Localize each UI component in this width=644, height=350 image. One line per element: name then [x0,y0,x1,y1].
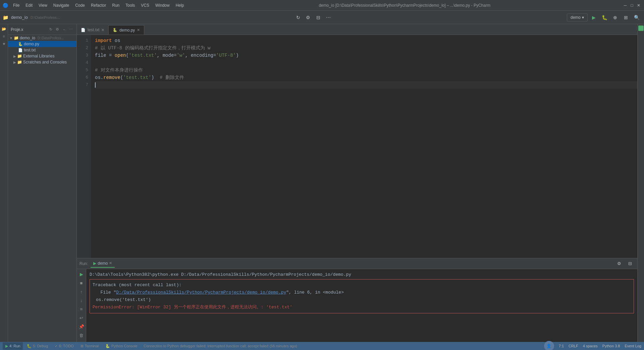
user-avatar[interactable]: 👤 [544,341,554,350]
param-encoding: encoding [191,52,213,59]
scratches-label: Scratches and Consoles [23,60,67,64]
bottom-tool-tabs: ▶ 4: Run 🐛 5: Debug ✓ 6: TODO ⊞ Terminal… [3,342,140,350]
eq-sign: = [109,52,112,59]
settings-icon[interactable]: ⚙ [304,13,313,22]
debug-bottom-label: 5: Debug [33,344,48,348]
scroll-up-button[interactable]: ↑ [78,288,85,295]
position-indicator[interactable]: 7:1 [559,344,564,348]
stop-button[interactable]: ■ [78,279,85,287]
ext-lib-folder-icon: 📁 [17,54,22,58]
close-button[interactable]: ✕ [636,3,641,8]
collapse-icon[interactable]: ⊟ [314,13,323,22]
project-name: demo_io [11,15,28,20]
python-console-bottom-tab[interactable]: 🐍 Python Console [103,342,140,350]
encoding-indicator[interactable]: CRLF [569,344,578,348]
tree-item-root[interactable]: ▼ 📁 demo_io D:\Data\Profess... [8,35,76,41]
root-label: demo_io [20,36,35,40]
traceback-file-prefix: File " [100,290,116,295]
indent-indicator[interactable]: 4 spaces [583,344,598,348]
menu-refactor[interactable]: Refactor [88,2,109,9]
menu-run[interactable]: Run [109,2,122,9]
structure-icon[interactable]: ≡ [1,33,7,40]
paren-open2: ( [120,74,123,81]
run-tab-demo[interactable]: ▶ demo ✕ [91,260,115,268]
code-line-7[interactable] [95,81,637,89]
debug-bottom-tab[interactable]: 🐛 5: Debug [24,342,51,350]
tab-demo-py-close[interactable]: ✕ [137,28,140,32]
show-tree-button[interactable]: ≡ [78,305,85,313]
more-icon[interactable]: ⋯ [324,13,333,22]
debug-button[interactable]: 🐛 [600,13,609,22]
code-editor[interactable]: 1 2 3 4 5 6 7 import os # 以 UTF-8 的编码格式打… [77,35,637,258]
panel-sync-icon[interactable]: ↻ [48,27,54,33]
traceback-file-line: File "D:/Data/ProfessionalSkills/Python/… [93,289,631,296]
scroll-down-button[interactable]: ↓ [78,297,85,304]
code-content[interactable]: import os # 以 UTF-8 的编码格式打开指定文件，打开模式为 w … [91,35,637,258]
traceback-file-suffix: ", line 6, in <module> [286,290,344,295]
rerun-button[interactable]: ▶ [78,270,85,278]
maximize-button[interactable]: □ [629,3,635,8]
demo-py-label: demo.py [24,42,39,46]
menu-vcs[interactable]: VCS [138,2,152,9]
panel-header-tools: ↻ ⚙ − ⋯ [48,27,74,33]
tab-test-txt-close[interactable]: ✕ [101,28,104,32]
code-line-6: os.remove('test.txt') # 删除文件 [95,74,637,81]
project-panel: Proje.x ↻ ⚙ − ⋯ ▼ 📁 demo_io D:\Data\Prof… [8,24,77,342]
run-tab-label: demo [98,261,108,266]
menu-view[interactable]: View [36,2,50,9]
tab-demo-py-icon: 🐍 [113,28,117,32]
run-restore-icon[interactable]: ⊟ [625,259,635,268]
pin-button[interactable]: 📌 [78,323,85,330]
search-everywhere-button[interactable]: 🔍 [632,13,641,22]
run-bottom-label: 4: Run [9,344,20,348]
run-tab-close[interactable]: ✕ [109,261,112,265]
panel-more-icon[interactable]: ⋯ [68,27,74,33]
run-button[interactable]: ▶ [589,13,598,22]
project-icon[interactable]: 📂 [1,26,7,32]
profile-button[interactable]: ⊞ [621,13,631,22]
event-log-button[interactable]: Event Log [625,344,641,348]
run-config-selector[interactable]: demo ▾ [567,13,588,21]
panel-collapse-icon[interactable]: − [61,27,67,33]
minimize-button[interactable]: ─ [623,3,628,8]
todo-bottom-tab[interactable]: ✓ 6: TODO [52,342,76,350]
menu-code[interactable]: Code [72,2,88,9]
run-tab-bar: Run: ▶ demo ✕ ⚙ ⊟ [77,258,637,269]
tree-item-scratches[interactable]: ▶ 📁 Scratches and Consoles [8,59,76,65]
panel-settings-icon[interactable]: ⚙ [54,27,60,33]
terminal-bottom-label: Terminal [85,344,99,348]
run-config-label: demo [571,15,581,20]
menu-navigate[interactable]: Navigate [51,2,72,9]
coverage-button[interactable]: ⊕ [610,13,620,22]
comment-line5: # 对文件本身进行操作 [95,67,143,74]
menu-help[interactable]: Help [173,2,187,9]
main-layout: 📂 ≡ ★ Proje.x ↻ ⚙ − ⋯ ▼ 📁 demo_io D:\Dat… [0,24,644,342]
status-bar-right: 👤 7:1 CRLF 4 spaces Python 3.8 Event Log [544,341,641,350]
menu-edit[interactable]: Edit [23,2,35,9]
tab-test-txt[interactable]: 📄 test.txt ✕ [77,25,109,35]
traceback-file-link[interactable]: D:/Data/ProfessionalSkills/Python/Pychar… [116,290,286,295]
root-path: D:\Data\Profess... [38,36,64,40]
right-sidebar [637,24,644,342]
tree-item-demo-py[interactable]: 🐍 demo.py [8,41,76,47]
menu-window[interactable]: Window [153,2,172,9]
python-version-indicator[interactable]: Python 3.8 [602,344,620,348]
favorites-icon[interactable]: ★ [1,40,7,47]
clear-button[interactable]: 🗑 [78,332,85,339]
menu-tools[interactable]: Tools [123,2,138,9]
traceback-box: Traceback (most recent call last): File … [90,279,634,313]
status-bar: ▶ 4: Run 🐛 5: Debug ✓ 6: TODO ⊞ Terminal… [0,342,644,350]
sync-icon[interactable]: ↻ [293,13,303,22]
menu-file[interactable]: File [10,2,22,9]
str-test-txt2: 'test.txt' [123,74,151,81]
tree-item-external-libraries[interactable]: ▶ 📁 External Libraries [8,53,76,59]
run-bottom-tab[interactable]: ▶ 4: Run [3,342,23,350]
tab-demo-py[interactable]: 🐍 demo.py ✕ [109,25,144,35]
traceback-header: Traceback (most recent call last): [93,281,631,289]
tree-item-test-txt[interactable]: 📄 test.txt [8,47,76,53]
terminal-bottom-tab[interactable]: ⊞ Terminal [78,342,102,350]
text-file-icon: 📄 [18,48,23,52]
run-settings-icon[interactable]: ⚙ [614,259,624,268]
str-utf8: 'UTF-8' [216,52,236,59]
soft-wrap-button[interactable]: ↩ [78,314,85,321]
